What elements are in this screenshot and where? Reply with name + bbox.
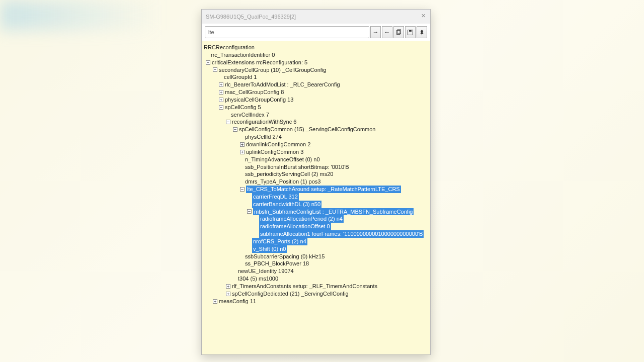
tree-row[interactable]: ssbSubcarrierSpacing (0) kHz15 [245, 253, 325, 260]
expand-icon[interactable]: + [240, 142, 245, 147]
search-input[interactable] [205, 26, 369, 38]
tree-row[interactable]: measConfig 11 [219, 298, 256, 305]
tree-row[interactable]: uplinkConfigCommon 3 [246, 148, 303, 156]
expand-icon[interactable]: + [213, 299, 217, 304]
tree-row[interactable]: rlc_BearerToAddModList : _RLC_BearerConf… [225, 81, 340, 88]
tree-row-highlighted[interactable]: carrierFreqDL 312 [252, 193, 299, 201]
tree-row[interactable]: secondaryCellGroup (10) _CellGroupConfig [219, 66, 326, 74]
expand-icon[interactable]: + [226, 284, 230, 289]
tree-row[interactable]: physicalCellGroupConfig 13 [225, 96, 293, 104]
svg-rect-3 [409, 30, 412, 31]
copy-icon [395, 29, 402, 36]
tree-row-highlighted[interactable]: nrofCRS_Ports (2) n4 [252, 238, 307, 245]
copy-button[interactable] [393, 26, 404, 38]
arrow-left-icon: ← [384, 29, 390, 36]
close-icon[interactable]: ✕ [419, 12, 427, 20]
expand-icon[interactable]: + [219, 82, 223, 87]
expand-icon[interactable]: + [219, 90, 223, 95]
tree-row[interactable]: physCellId 274 [245, 133, 282, 141]
toolbar: → ← [202, 24, 430, 41]
tree-row[interactable]: spCellConfigCommon (15) _ServingCellConf… [239, 126, 375, 133]
titlebar: SM-G986U1Q5_QualPoc_496329[2] ✕ [202, 10, 430, 24]
expand-icon[interactable]: + [240, 150, 245, 154]
tree-row[interactable]: spCellConfigDedicated (21) _ServingCellC… [232, 290, 349, 298]
tree-row[interactable]: ss_PBCH_BlockPower 18 [245, 260, 309, 267]
tree-row-highlighted[interactable]: radioframeAllocationOffset 0 [259, 223, 331, 230]
tree-row-highlighted[interactable]: mbsfn_SubframeConfigList : _EUTRA_MBSFN_… [253, 208, 414, 216]
expand-icon[interactable]: + [226, 292, 230, 296]
arrow-right-icon: → [373, 29, 379, 36]
tree-row[interactable]: dmrs_TypeA_Position (1) pos3 [245, 178, 320, 186]
tree-row[interactable]: downlinkConfigCommon 2 [246, 141, 310, 148]
tree-row[interactable]: t304 (5) ms1000 [238, 275, 278, 283]
collapse-icon[interactable]: − [247, 209, 252, 214]
tree-row-highlighted[interactable]: lte_CRS_ToMatchAround setup: _RateMatchP… [246, 186, 401, 193]
collapse-icon[interactable]: − [206, 60, 210, 65]
save-icon [407, 29, 414, 36]
tree-row[interactable]: RRCReconfiguration [204, 44, 255, 51]
tree-row[interactable]: rlf_TimersAndConstants setup: _RLF_Timer… [232, 283, 377, 290]
collapse-icon[interactable]: − [233, 127, 237, 132]
tree-row[interactable]: spCellConfig 5 [225, 104, 261, 111]
search-prev-button[interactable]: ← [382, 26, 392, 38]
tree-row-highlighted[interactable]: carrierBandwidthDL (3) n50 [252, 201, 321, 208]
collapse-icon[interactable]: − [219, 105, 223, 110]
pin-icon [419, 29, 425, 36]
save-button[interactable] [405, 26, 416, 38]
collapse-icon[interactable]: − [213, 67, 217, 72]
collapse-icon[interactable]: − [240, 187, 245, 192]
tree-row[interactable]: ssb_periodicityServingCell (2) ms20 [245, 170, 333, 178]
window-title: SM-G986U1Q5_QualPoc_496329[2] [206, 14, 296, 20]
tree-row[interactable]: servCellIndex 7 [231, 111, 269, 119]
collapse-icon[interactable]: − [226, 120, 230, 124]
pin-button[interactable] [417, 26, 427, 38]
tree-row-highlighted[interactable]: v_Shift (0) n0 [252, 245, 287, 253]
tree-row[interactable]: newUE_Identity 19074 [238, 267, 294, 275]
tree-row[interactable]: n_TimingAdvanceOffset (0) n0 [245, 156, 320, 163]
tree-row[interactable]: ssb_PositionsInBurst shortBitmap: '0010'… [245, 163, 349, 171]
tree-row[interactable]: mac_CellGroupConfig 8 [225, 88, 284, 96]
tree-row[interactable]: rrc_TransactionIdentifier 0 [211, 51, 275, 59]
tree-row[interactable]: reconfigurationWithSync 6 [232, 118, 296, 126]
message-viewer-window: SM-G986U1Q5_QualPoc_496329[2] ✕ → ← RRCR… [201, 9, 431, 355]
tree-content[interactable]: RRCReconfiguration rrc_TransactionIdenti… [202, 41, 430, 354]
tree-row[interactable]: criticalExtensions rrcReconfiguration: 5 [212, 59, 307, 66]
expand-icon[interactable]: + [219, 98, 223, 102]
tree-row[interactable]: cellGroupId 1 [224, 73, 257, 81]
tree-row-highlighted[interactable]: radioframeAllocationPeriod (2) n4 [259, 215, 344, 223]
search-next-button[interactable]: → [370, 26, 381, 38]
tree-row-highlighted[interactable]: subframeAllocation1 fourFrames: '1100000… [259, 230, 424, 238]
